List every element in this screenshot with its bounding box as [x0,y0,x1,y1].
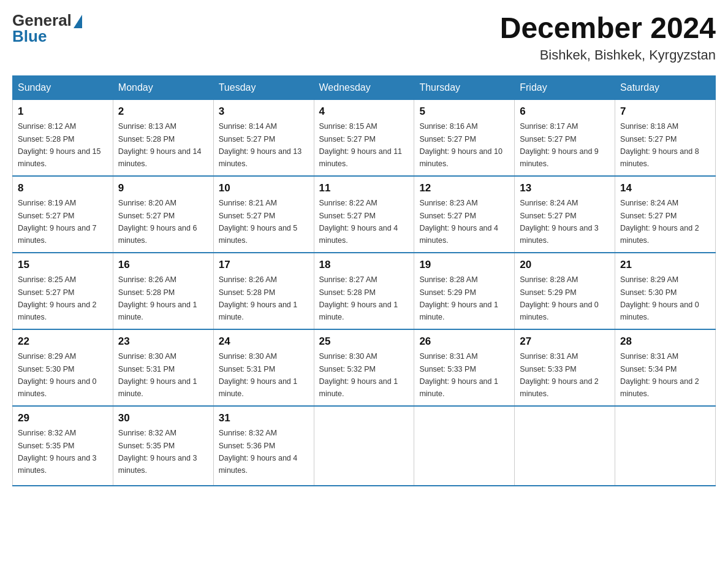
day-number: 11 [319,180,409,196]
logo-blue-text: Blue [12,28,82,44]
day-info: Sunrise: 8:29 AMSunset: 5:30 PMDaylight:… [18,352,97,398]
day-number: 18 [319,257,409,273]
day-info: Sunrise: 8:14 AMSunset: 5:27 PMDaylight:… [219,122,302,168]
calendar-day-cell: 24 Sunrise: 8:30 AMSunset: 5:31 PMDaylig… [213,329,314,406]
day-info: Sunrise: 8:24 AMSunset: 5:27 PMDaylight:… [520,199,599,245]
day-info: Sunrise: 8:16 AMSunset: 5:27 PMDaylight:… [419,122,502,168]
calendar-day-cell: 9 Sunrise: 8:20 AMSunset: 5:27 PMDayligh… [113,176,213,253]
day-number: 24 [219,334,309,350]
day-number: 23 [118,334,208,350]
day-info: Sunrise: 8:19 AMSunset: 5:27 PMDaylight:… [18,199,97,245]
calendar-day-cell [515,406,615,486]
day-number: 31 [219,410,309,426]
day-number: 5 [419,104,509,120]
calendar-title: December 2024 [500,12,716,45]
logo-general-text: General [12,12,72,28]
calendar-day-cell: 21 Sunrise: 8:29 AMSunset: 5:30 PMDaylig… [615,253,716,329]
calendar-day-cell: 5 Sunrise: 8:16 AMSunset: 5:27 PMDayligh… [414,99,515,176]
calendar-week-row: 29 Sunrise: 8:32 AMSunset: 5:35 PMDaylig… [13,406,716,486]
calendar-day-cell: 29 Sunrise: 8:32 AMSunset: 5:35 PMDaylig… [13,406,113,486]
day-info: Sunrise: 8:15 AMSunset: 5:27 PMDaylight:… [319,122,403,168]
day-number: 22 [18,334,108,350]
day-number: 20 [520,257,610,273]
calendar-subtitle: Bishkek, Bishkek, Kyrgyzstan [500,47,716,63]
logo-triangle-icon [74,15,82,28]
day-number: 1 [18,104,108,120]
day-number: 26 [419,334,509,350]
calendar-day-cell [615,406,716,486]
day-of-week-header: Thursday [414,75,515,99]
day-info: Sunrise: 8:30 AMSunset: 5:31 PMDaylight:… [118,352,197,398]
day-info: Sunrise: 8:32 AMSunset: 5:35 PMDaylight:… [118,429,197,475]
calendar-day-cell: 6 Sunrise: 8:17 AMSunset: 5:27 PMDayligh… [515,99,615,176]
day-info: Sunrise: 8:31 AMSunset: 5:34 PMDaylight:… [620,352,699,398]
day-number: 16 [118,257,208,273]
calendar-week-row: 1 Sunrise: 8:12 AMSunset: 5:28 PMDayligh… [13,99,716,176]
day-of-week-header: Tuesday [213,75,314,99]
day-info: Sunrise: 8:29 AMSunset: 5:30 PMDaylight:… [620,275,699,321]
day-info: Sunrise: 8:26 AMSunset: 5:28 PMDaylight:… [118,275,197,321]
day-info: Sunrise: 8:31 AMSunset: 5:33 PMDaylight:… [419,352,498,398]
calendar-body: 1 Sunrise: 8:12 AMSunset: 5:28 PMDayligh… [13,99,716,486]
day-info: Sunrise: 8:26 AMSunset: 5:28 PMDaylight:… [219,275,298,321]
calendar-day-cell: 18 Sunrise: 8:27 AMSunset: 5:28 PMDaylig… [314,253,414,329]
day-number: 21 [620,257,710,273]
calendar-day-cell: 30 Sunrise: 8:32 AMSunset: 5:35 PMDaylig… [113,406,213,486]
calendar-day-cell: 17 Sunrise: 8:26 AMSunset: 5:28 PMDaylig… [213,253,314,329]
day-number: 6 [520,104,610,120]
day-info: Sunrise: 8:13 AMSunset: 5:28 PMDaylight:… [118,122,202,168]
calendar-week-row: 22 Sunrise: 8:29 AMSunset: 5:30 PMDaylig… [13,329,716,406]
day-info: Sunrise: 8:28 AMSunset: 5:29 PMDaylight:… [520,275,599,321]
day-of-week-header: Wednesday [314,75,414,99]
day-number: 13 [520,180,610,196]
day-info: Sunrise: 8:32 AMSunset: 5:35 PMDaylight:… [18,429,97,475]
title-section: December 2024 Bishkek, Bishkek, Kyrgyzst… [500,12,716,63]
day-number: 10 [219,180,309,196]
calendar-day-cell: 8 Sunrise: 8:19 AMSunset: 5:27 PMDayligh… [13,176,113,253]
calendar-header: SundayMondayTuesdayWednesdayThursdayFrid… [13,75,716,99]
calendar-day-cell: 28 Sunrise: 8:31 AMSunset: 5:34 PMDaylig… [615,329,716,406]
calendar-day-cell: 3 Sunrise: 8:14 AMSunset: 5:27 PMDayligh… [213,99,314,176]
calendar-week-row: 8 Sunrise: 8:19 AMSunset: 5:27 PMDayligh… [13,176,716,253]
calendar-day-cell: 14 Sunrise: 8:24 AMSunset: 5:27 PMDaylig… [615,176,716,253]
day-number: 9 [118,180,208,196]
calendar-day-cell: 12 Sunrise: 8:23 AMSunset: 5:27 PMDaylig… [414,176,515,253]
calendar-day-cell [314,406,414,486]
day-info: Sunrise: 8:20 AMSunset: 5:27 PMDaylight:… [118,199,197,245]
calendar-day-cell: 27 Sunrise: 8:31 AMSunset: 5:33 PMDaylig… [515,329,615,406]
day-info: Sunrise: 8:31 AMSunset: 5:33 PMDaylight:… [520,352,599,398]
calendar-day-cell: 20 Sunrise: 8:28 AMSunset: 5:29 PMDaylig… [515,253,615,329]
day-number: 29 [18,410,108,426]
day-info: Sunrise: 8:18 AMSunset: 5:27 PMDaylight:… [620,122,699,168]
day-info: Sunrise: 8:25 AMSunset: 5:27 PMDaylight:… [18,275,97,321]
day-number: 15 [18,257,108,273]
day-of-week-header: Saturday [615,75,716,99]
calendar-day-cell: 10 Sunrise: 8:21 AMSunset: 5:27 PMDaylig… [213,176,314,253]
day-of-week-header: Monday [113,75,213,99]
day-number: 19 [419,257,509,273]
day-number: 3 [219,104,309,120]
day-info: Sunrise: 8:23 AMSunset: 5:27 PMDaylight:… [419,199,498,245]
day-of-week-header: Sunday [13,75,113,99]
day-number: 14 [620,180,710,196]
calendar-day-cell: 13 Sunrise: 8:24 AMSunset: 5:27 PMDaylig… [515,176,615,253]
calendar-day-cell: 22 Sunrise: 8:29 AMSunset: 5:30 PMDaylig… [13,329,113,406]
calendar-day-cell: 11 Sunrise: 8:22 AMSunset: 5:27 PMDaylig… [314,176,414,253]
day-info: Sunrise: 8:30 AMSunset: 5:31 PMDaylight:… [219,352,298,398]
day-number: 28 [620,334,710,350]
day-info: Sunrise: 8:24 AMSunset: 5:27 PMDaylight:… [620,199,699,245]
day-number: 30 [118,410,208,426]
day-info: Sunrise: 8:28 AMSunset: 5:29 PMDaylight:… [419,275,498,321]
day-of-week-header: Friday [515,75,615,99]
day-number: 17 [219,257,309,273]
day-info: Sunrise: 8:27 AMSunset: 5:28 PMDaylight:… [319,275,398,321]
calendar-day-cell: 4 Sunrise: 8:15 AMSunset: 5:27 PMDayligh… [314,99,414,176]
calendar-day-cell: 1 Sunrise: 8:12 AMSunset: 5:28 PMDayligh… [13,99,113,176]
day-info: Sunrise: 8:30 AMSunset: 5:32 PMDaylight:… [319,352,398,398]
calendar-table: SundayMondayTuesdayWednesdayThursdayFrid… [12,75,716,486]
calendar-day-cell: 31 Sunrise: 8:32 AMSunset: 5:36 PMDaylig… [213,406,314,486]
day-info: Sunrise: 8:21 AMSunset: 5:27 PMDaylight:… [219,199,298,245]
calendar-day-cell: 2 Sunrise: 8:13 AMSunset: 5:28 PMDayligh… [113,99,213,176]
day-number: 7 [620,104,710,120]
calendar-day-cell: 23 Sunrise: 8:30 AMSunset: 5:31 PMDaylig… [113,329,213,406]
